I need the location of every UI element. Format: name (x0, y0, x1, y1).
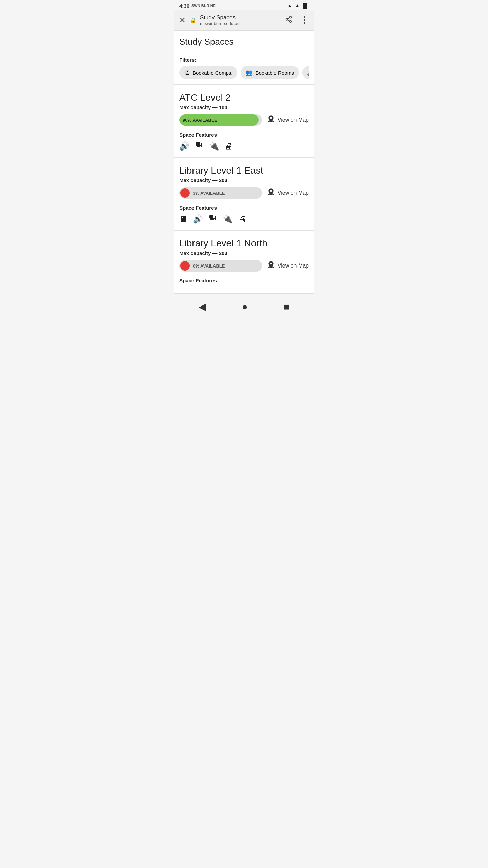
speaker-icon: 🔊 (307, 69, 309, 76)
browser-title-area: Study Spaces m.swinburne.edu.au (200, 14, 280, 26)
filters-section: Filters: 🖥 Bookable Comps. 👥 Bookable Ro… (174, 52, 314, 85)
browser-title: Study Spaces (200, 14, 280, 21)
filter-chip-label-1: Bookable Comps. (192, 70, 232, 76)
map-btn-group: View on Map (267, 115, 309, 125)
network-label: SWN BUR NE (191, 4, 216, 8)
availability-bar: 0% AVAILABLE (179, 260, 262, 272)
availability-label: 0% AVAILABLE (179, 260, 262, 272)
map-pin-icon (267, 115, 276, 125)
svg-rect-7 (197, 146, 198, 146)
view-on-map-button-2[interactable]: View on Map (278, 190, 309, 196)
svg-rect-8 (197, 146, 200, 147)
monitor-icon: 🖥 (179, 214, 187, 224)
availability-row: 3% AVAILABLE View on Map (179, 187, 309, 199)
printer-icon: 🖨 (238, 214, 246, 224)
availability-label: 96% AVAILABLE (179, 114, 262, 126)
space-features-label: Space Features (179, 205, 309, 211)
filter-chip-bookable-rooms[interactable]: 👥 Bookable Rooms (241, 66, 299, 79)
space-name: Library Level 1 East (179, 165, 309, 176)
group-icon: 👥 (245, 69, 253, 76)
sound-icon: 🔊 (179, 141, 189, 151)
power-icon: 🔌 (223, 214, 233, 224)
svg-rect-6 (196, 145, 201, 146)
share-button[interactable] (284, 14, 294, 26)
recent-button[interactable]: ■ (278, 299, 296, 315)
svg-rect-9 (209, 215, 214, 218)
browser-actions: ⋮ (284, 14, 310, 27)
status-bar: 4:36 SWN BUR NE ► ▲ ▐▌ (174, 0, 314, 10)
svg-line-4 (288, 17, 290, 19)
back-button[interactable]: ◀ (192, 298, 212, 315)
browser-bar: ✕ 🔒 Study Spaces m.swinburne.edu.au ⋮ (174, 10, 314, 31)
svg-rect-5 (196, 142, 200, 145)
space-features-label-3: Space Features (179, 278, 309, 283)
browser-url: m.swinburne.edu.au (200, 21, 280, 26)
monitor-icon: 🖥 (184, 69, 190, 76)
more-button[interactable]: ⋮ (299, 14, 310, 27)
status-time: 4:36 (179, 3, 189, 9)
filters-label: Filters: (179, 57, 309, 63)
view-on-map-button-3[interactable]: View on Map (278, 263, 309, 269)
availability-row: 0% AVAILABLE View on Map (179, 260, 309, 272)
computer-icon (208, 214, 217, 224)
filter-chip-bookable-comps[interactable]: 🖥 Bookable Comps. (179, 66, 237, 79)
computer-icon (195, 141, 204, 151)
availability-row: 96% AVAILABLE View on Map (179, 114, 309, 126)
svg-rect-12 (210, 219, 214, 220)
spaces-list: ATC Level 2 Max capacity — 100 96% AVAIL… (174, 85, 314, 293)
home-button[interactable]: ● (236, 299, 254, 315)
space-card-library-l1-north: Library Level 1 North Max capacity — 203… (174, 231, 314, 293)
power-icon: 🔌 (209, 141, 219, 151)
availability-dot (180, 261, 190, 271)
view-on-map-button-1[interactable]: View on Map (278, 117, 309, 123)
map-pin-icon (267, 188, 276, 198)
availability-dot (180, 188, 190, 198)
space-card-library-l1-east: Library Level 1 East Max capacity — 203 … (174, 158, 314, 231)
features-icons: 🖥 🔊 🔌 🖨 (179, 214, 309, 224)
close-button[interactable]: ✕ (178, 15, 187, 25)
page-title: Study Spaces (179, 37, 309, 47)
availability-bar: 3% AVAILABLE (179, 187, 262, 199)
space-capacity: Max capacity — 203 (179, 177, 309, 183)
space-name: Library Level 1 North (179, 238, 309, 249)
space-features-label: Space Features (179, 132, 309, 138)
map-pin-icon (267, 260, 276, 271)
filter-chip-collaborative[interactable]: 🔊 Collaborativ... (302, 66, 309, 79)
space-capacity: Max capacity — 100 (179, 104, 309, 110)
filters-chips: 🖥 Bookable Comps. 👥 Bookable Rooms 🔊 Col… (179, 66, 309, 79)
map-btn-group: View on Map (267, 260, 309, 271)
map-btn-group: View on Map (267, 188, 309, 198)
printer-icon: 🖨 (225, 141, 233, 151)
space-name: ATC Level 2 (179, 92, 309, 103)
battery-icon: ▐▌ (302, 3, 309, 9)
lock-icon: 🔒 (190, 17, 197, 23)
space-capacity: Max capacity — 203 (179, 250, 309, 256)
svg-line-3 (288, 20, 290, 21)
signal-icon: ▲ (294, 3, 300, 9)
sound-icon: 🔊 (193, 214, 203, 224)
nav-bar: ◀ ● ■ (174, 293, 314, 320)
svg-rect-11 (210, 219, 211, 219)
availability-label: 3% AVAILABLE (179, 187, 262, 199)
space-card-atc-level-2: ATC Level 2 Max capacity — 100 96% AVAIL… (174, 85, 314, 158)
wifi-icon: ► (288, 3, 293, 9)
page-header: Study Spaces (174, 31, 314, 52)
svg-rect-10 (210, 218, 215, 219)
filter-chip-label-2: Bookable Rooms (255, 70, 294, 76)
features-icons: 🔊 🔌 🖨 (179, 141, 309, 151)
availability-bar: 96% AVAILABLE (179, 114, 262, 126)
